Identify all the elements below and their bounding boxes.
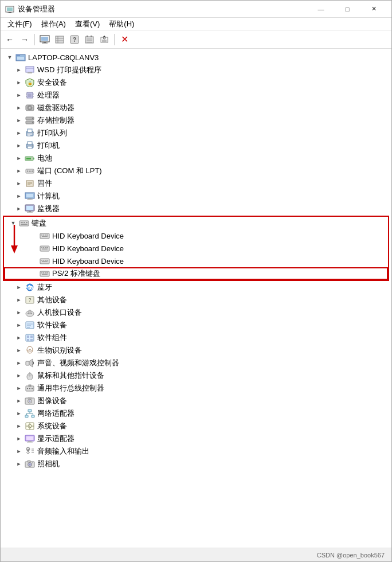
tree-item-softcomp[interactable]: ► 软件组件 — [1, 331, 391, 344]
mouse-label: 鼠标和其他指针设备 — [37, 370, 104, 381]
tree-item-bluetooth[interactable]: ► Bluetooth; 蓝牙 — [1, 281, 391, 294]
battery-label: 电池 — [37, 153, 52, 163]
audioio-toggle[interactable]: ► — [14, 447, 23, 456]
bluetooth-toggle[interactable]: ► — [14, 283, 23, 292]
audio-label: 声音、视频和游戏控制器 — [37, 358, 119, 368]
monitor-toggle[interactable]: ► — [14, 204, 23, 213]
svg-rect-48 — [28, 134, 32, 135]
svg-rect-56 — [33, 158, 34, 159]
network-toggle[interactable]: ► — [14, 409, 23, 418]
svg-rect-8 — [56, 36, 64, 43]
camera-toggle[interactable]: ► — [14, 459, 23, 469]
network-icon — [25, 409, 35, 418]
tree-item-system[interactable]: ► 系统设备 — [1, 420, 391, 432]
svg-rect-79 — [22, 222, 23, 223]
software-icon — [25, 321, 35, 330]
printer-toggle[interactable]: ► — [14, 141, 23, 150]
disk-toggle[interactable]: ► — [14, 103, 23, 112]
forward-button[interactable]: → — [18, 33, 32, 46]
tree-item-firmware[interactable]: ► 固件 — [1, 177, 391, 190]
properties-icon-btn[interactable] — [83, 33, 96, 46]
hid-toggle[interactable]: ► — [14, 308, 23, 317]
tree-item-security[interactable]: ► 🔒 安全设备 — [1, 76, 391, 89]
svg-marker-129 — [29, 359, 33, 367]
keyboard-toggle[interactable]: ▼ — [9, 218, 18, 228]
other-toggle[interactable]: ► — [14, 295, 23, 305]
svg-rect-70 — [26, 194, 33, 197]
firmware-toggle[interactable]: ► — [14, 179, 23, 188]
serial-toggle[interactable]: ► — [14, 384, 23, 393]
tree-item-port[interactable]: ► 端口 (COM 和 LPT) — [1, 165, 391, 177]
tree-item-printer[interactable]: ► 打印机 — [1, 139, 391, 152]
display-toggle[interactable]: ► — [14, 434, 23, 443]
back-button[interactable]: ← — [3, 33, 17, 46]
svg-point-61 — [30, 171, 32, 172]
menu-file[interactable]: 文件(F) — [3, 18, 37, 30]
biometric-toggle[interactable]: ► — [14, 346, 23, 355]
tree-item-battery[interactable]: ► 电池 — [1, 152, 391, 165]
cpu-toggle[interactable]: ► — [14, 91, 23, 100]
tree-item-network[interactable]: ► 网络适配器 — [1, 407, 391, 420]
tree-item-software[interactable]: ► 软件设备 — [1, 319, 391, 331]
keyboard-label: 键盘 — [32, 218, 46, 228]
tree-item-keyboard[interactable]: ▼ 键盘 — [4, 217, 388, 229]
audio-toggle[interactable]: ► — [14, 358, 23, 368]
root-toggle[interactable]: ▼ — [5, 53, 14, 62]
tree-item-mouse[interactable]: ► 鼠标和其他指针设备 — [1, 369, 391, 382]
close-button[interactable]: ✕ — [360, 1, 387, 18]
help-icon-btn[interactable]: ? — [68, 33, 81, 46]
tree-item-computer[interactable]: ► 计算机 — [1, 190, 391, 202]
tree-item-display[interactable]: ► 显示适配器 — [1, 432, 391, 445]
system-toggle[interactable]: ► — [14, 422, 23, 431]
maximize-button[interactable]: □ — [334, 1, 360, 18]
tree-item-disk[interactable]: ► 磁盘驱动器 — [1, 102, 391, 114]
device-manager-window: 设备管理器 — □ ✕ 文件(F) 操作(A) 查看(V) 帮助(H) ← → — [0, 0, 392, 562]
tree-item-hid1[interactable]: ► HID Keyboard Device — [4, 229, 388, 242]
tree-item-audioio[interactable]: ► 音频输入和输出 — [1, 445, 391, 458]
tree-item-hid[interactable]: ► 人机接口设备 — [1, 306, 391, 319]
tree-item-imaging[interactable]: ► 图像设备 — [1, 395, 391, 407]
security-toggle[interactable]: ► — [14, 78, 23, 87]
menu-help[interactable]: 帮助(H) — [104, 18, 139, 30]
computer-icon-btn[interactable] — [38, 33, 52, 46]
svg-rect-20 — [101, 37, 108, 42]
port-toggle[interactable]: ► — [14, 166, 23, 175]
softcomp-toggle[interactable]: ► — [14, 333, 23, 342]
tree-item-monitor[interactable]: ► 监视器 — [1, 202, 391, 215]
menu-action[interactable]: 操作(A) — [37, 18, 70, 30]
tree-item-other[interactable]: ► ? 其他设备 — [1, 294, 391, 306]
storage-toggle[interactable]: ► — [14, 116, 23, 125]
display-icon — [25, 434, 35, 443]
battery-toggle[interactable]: ► — [14, 154, 23, 163]
menu-view[interactable]: 查看(V) — [70, 18, 104, 30]
tree-item-biometric[interactable]: ► 生物识别设备 — [1, 344, 391, 357]
svg-rect-84 — [41, 235, 42, 236]
tree-item-audio[interactable]: ► 声音、视频和游戏控制器 — [1, 357, 391, 369]
tree-item-hid3[interactable]: ► HID Keyboard Device — [4, 255, 388, 267]
software-toggle[interactable]: ► — [14, 321, 23, 330]
tree-item-camera[interactable]: ► 照相机 — [1, 458, 391, 470]
svg-rect-105 — [43, 272, 44, 274]
tree-item-storage[interactable]: ► 存储控制器 — [1, 114, 391, 127]
scan-icon-btn[interactable] — [97, 33, 111, 46]
svg-point-171 — [32, 462, 33, 463]
svg-point-45 — [32, 122, 33, 123]
imaging-toggle[interactable]: ► — [14, 396, 23, 405]
computer-toggle[interactable]: ► — [14, 192, 23, 201]
wsd-toggle[interactable]: ► — [14, 65, 23, 75]
svg-rect-102 — [42, 262, 48, 263]
printqueue-toggle[interactable]: ► — [14, 128, 23, 138]
tree-item-serial[interactable]: ► 通用串行总线控制器 — [1, 382, 391, 395]
list-icon-btn[interactable] — [53, 33, 66, 46]
mouse-toggle[interactable]: ► — [14, 371, 23, 380]
delete-icon-btn[interactable]: ✕ — [117, 33, 131, 46]
tree-item-cpu[interactable]: ► 处理器 — [1, 89, 391, 102]
svg-point-133 — [29, 372, 30, 373]
minimize-button[interactable]: — — [308, 1, 334, 18]
tree-item-ps2[interactable]: ► PS/2 标准键盘 — [4, 267, 388, 280]
tree-item-printqueue[interactable]: ► 打印队列 — [1, 127, 391, 139]
tree-item-wsd[interactable]: ► WSD 打印提供程序 — [1, 64, 391, 76]
tree-root[interactable]: ▼ LAPTOP-C8QLANV3 — [1, 51, 391, 64]
tree-item-hid2[interactable]: ► HID Keyboard Device — [4, 242, 388, 255]
svg-rect-27 — [17, 57, 24, 60]
